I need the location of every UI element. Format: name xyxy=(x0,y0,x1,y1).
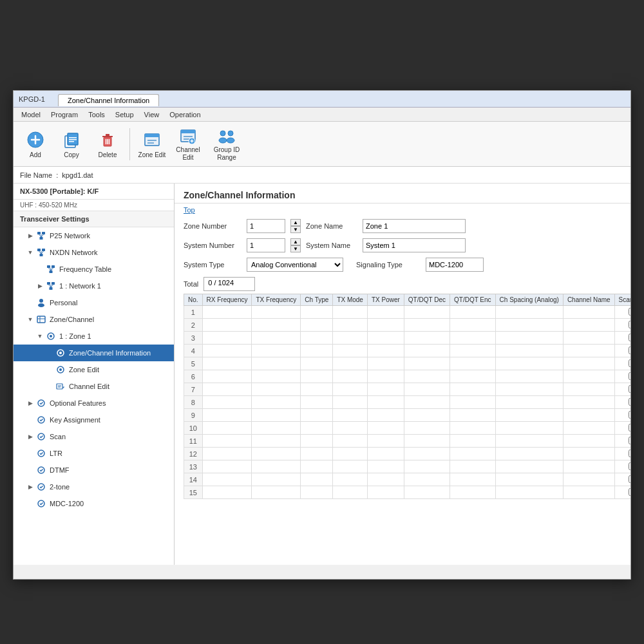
sidebar-item-nxdn-network[interactable]: ▼ NXDN Network xyxy=(14,244,174,261)
toolbar-group-id-button[interactable]: Group ID Range xyxy=(207,125,246,164)
cell-ch-spacing[interactable] xyxy=(495,383,563,396)
cell-tx-power[interactable] xyxy=(367,383,404,396)
cell-qt-dqt-dec[interactable] xyxy=(404,383,450,396)
cell-scan-add[interactable] xyxy=(614,357,630,370)
zone-number-input[interactable] xyxy=(247,219,285,233)
menu-setup[interactable]: Setup xyxy=(110,109,139,120)
cell-channel-name[interactable] xyxy=(563,409,614,422)
cell-tx-frequency[interactable] xyxy=(252,357,301,370)
cell-tx-power[interactable] xyxy=(367,473,404,486)
cell-channel-name[interactable] xyxy=(563,306,614,319)
cell-scan-add[interactable] xyxy=(614,396,630,409)
sidebar-item-2tone[interactable]: ▶ 2-tone xyxy=(14,478,174,495)
cell-tx-power[interactable] xyxy=(367,319,404,332)
cell-ch-spacing[interactable] xyxy=(495,409,563,422)
zone-number-down[interactable]: ▼ xyxy=(290,226,301,233)
cell-channel-name[interactable] xyxy=(563,319,614,332)
cell-ch-type[interactable] xyxy=(301,370,333,383)
cell-scan-add[interactable] xyxy=(614,370,630,383)
scan-add-checkbox[interactable] xyxy=(629,424,630,431)
cell-scan-add[interactable] xyxy=(614,460,630,473)
cell-tx-frequency[interactable] xyxy=(252,383,301,396)
cell-ch-spacing[interactable] xyxy=(495,435,563,448)
cell-tx-power[interactable] xyxy=(367,345,404,357)
scan-add-checkbox[interactable] xyxy=(629,462,630,470)
tab-zone-channel[interactable]: Zone/Channel Information xyxy=(58,94,159,106)
cell-scan-add[interactable] xyxy=(614,435,630,448)
cell-rx-frequency[interactable] xyxy=(202,345,252,357)
cell-channel-name[interactable] xyxy=(563,396,614,409)
toolbar-delete-button[interactable]: Delete xyxy=(91,125,124,164)
sidebar-item-zone-channel[interactable]: ▼ Zone/Channel xyxy=(14,311,174,328)
menu-operation[interactable]: Operation xyxy=(164,109,205,120)
cell-channel-name[interactable] xyxy=(563,357,614,370)
top-link[interactable]: Top xyxy=(175,204,630,216)
scan-add-checkbox[interactable] xyxy=(629,308,630,316)
cell-tx-mode[interactable] xyxy=(333,435,368,448)
cell-qt-dqt-dec[interactable] xyxy=(404,409,450,422)
cell-tx-mode[interactable] xyxy=(333,319,368,332)
system-number-down[interactable]: ▼ xyxy=(290,245,301,252)
cell-rx-frequency[interactable] xyxy=(202,370,252,383)
system-number-input[interactable] xyxy=(247,238,285,252)
cell-scan-add[interactable] xyxy=(614,332,630,345)
scan-add-checkbox[interactable] xyxy=(629,321,630,328)
cell-ch-type[interactable] xyxy=(301,435,333,448)
cell-tx-power[interactable] xyxy=(367,486,404,499)
sidebar-item-dtmf[interactable]: ▶ DTMF xyxy=(14,462,174,478)
cell-tx-frequency[interactable] xyxy=(252,460,301,473)
table-row[interactable]: 9 xyxy=(184,409,631,422)
cell-rx-frequency[interactable] xyxy=(202,319,252,332)
cell-tx-power[interactable] xyxy=(367,332,404,345)
cell-qt-dqt-enc[interactable] xyxy=(450,435,496,448)
cell-ch-spacing[interactable] xyxy=(495,306,563,319)
cell-rx-frequency[interactable] xyxy=(202,409,252,422)
cell-qt-dqt-dec[interactable] xyxy=(404,370,450,383)
cell-ch-spacing[interactable] xyxy=(495,396,563,409)
cell-channel-name[interactable] xyxy=(563,448,614,460)
cell-tx-frequency[interactable] xyxy=(252,486,301,499)
cell-qt-dqt-enc[interactable] xyxy=(450,473,496,486)
cell-tx-frequency[interactable] xyxy=(252,422,301,435)
scan-add-checkbox[interactable] xyxy=(629,334,630,341)
sidebar-item-zone-1[interactable]: ▼ 1 : Zone 1 xyxy=(14,328,174,345)
cell-tx-frequency[interactable] xyxy=(252,306,301,319)
cell-rx-frequency[interactable] xyxy=(202,486,252,499)
cell-qt-dqt-dec[interactable] xyxy=(404,460,450,473)
cell-channel-name[interactable] xyxy=(563,370,614,383)
scan-add-checkbox[interactable] xyxy=(629,450,630,457)
cell-qt-dqt-dec[interactable] xyxy=(404,345,450,357)
cell-scan-add[interactable] xyxy=(614,383,630,396)
cell-ch-type[interactable] xyxy=(301,473,333,486)
cell-tx-mode[interactable] xyxy=(333,396,368,409)
sidebar-item-channel-edit[interactable]: ▶ Channel Edit xyxy=(14,378,174,395)
cell-tx-mode[interactable] xyxy=(333,473,368,486)
cell-qt-dqt-dec[interactable] xyxy=(404,435,450,448)
cell-ch-spacing[interactable] xyxy=(495,473,563,486)
table-row[interactable]: 13 xyxy=(184,460,631,473)
cell-channel-name[interactable] xyxy=(563,460,614,473)
table-row[interactable]: 4 xyxy=(184,345,631,357)
scan-add-checkbox[interactable] xyxy=(629,398,630,406)
cell-qt-dqt-dec[interactable] xyxy=(404,396,450,409)
system-type-select[interactable]: Analog Conventional xyxy=(247,258,343,272)
table-row[interactable]: 7 xyxy=(184,383,631,396)
cell-ch-type[interactable] xyxy=(301,409,333,422)
system-number-up[interactable]: ▲ xyxy=(290,238,301,245)
cell-scan-add[interactable] xyxy=(614,473,630,486)
cell-tx-power[interactable] xyxy=(367,448,404,460)
cell-tx-frequency[interactable] xyxy=(252,332,301,345)
cell-tx-power[interactable] xyxy=(367,396,404,409)
scan-add-checkbox[interactable] xyxy=(629,359,630,367)
menu-view[interactable]: View xyxy=(139,109,165,120)
cell-ch-spacing[interactable] xyxy=(495,357,563,370)
system-name-input[interactable] xyxy=(363,238,466,252)
zone-name-input[interactable] xyxy=(363,219,466,233)
cell-tx-frequency[interactable] xyxy=(252,473,301,486)
cell-channel-name[interactable] xyxy=(563,383,614,396)
menu-program[interactable]: Program xyxy=(46,109,83,120)
cell-tx-power[interactable] xyxy=(367,306,404,319)
cell-ch-spacing[interactable] xyxy=(495,486,563,499)
toolbar-channel-edit-button[interactable]: Channel Edit xyxy=(171,125,205,164)
cell-tx-power[interactable] xyxy=(367,422,404,435)
